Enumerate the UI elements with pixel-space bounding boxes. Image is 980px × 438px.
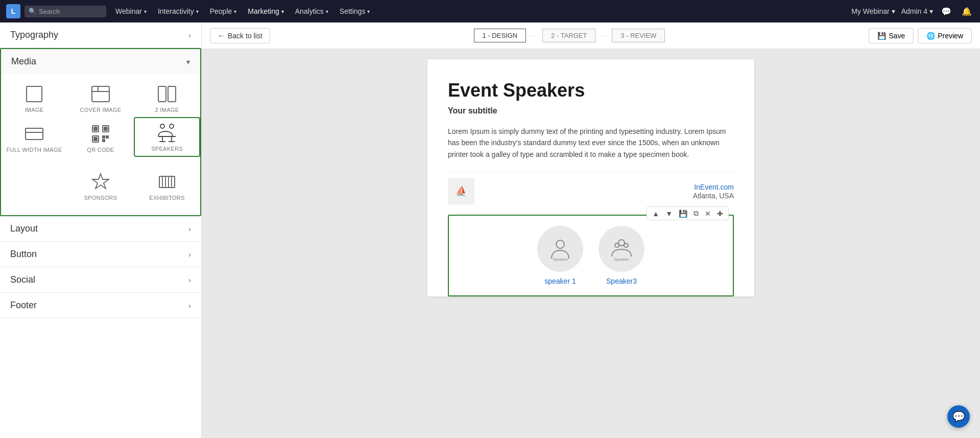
speaker-up-button[interactable]: ▲: [650, 208, 661, 219]
exhibitors-icon: [157, 172, 177, 192]
media-item-cover-image[interactable]: COVER IMAGE: [67, 79, 134, 117]
sidebar-section-social[interactable]: Social ›: [0, 267, 201, 293]
speakers-grid: Speaker speaker 1: [459, 226, 723, 285]
media-item-speakers-label: SPEAKERS: [151, 146, 183, 152]
sidebar-section-layout[interactable]: Layout ›: [0, 216, 201, 242]
speakers-block: ▲ ▼ 💾 ⧉ ✕ ✚: [448, 215, 734, 296]
nav-items: Webinar ▾ Interactivity ▾ People ▾ Marke…: [110, 4, 847, 18]
nav-item-settings[interactable]: Settings ▾: [334, 4, 375, 18]
media-item-qr-label: QR CODE: [87, 147, 114, 153]
chevron-down-icon: ▾: [196, 9, 199, 14]
svg-rect-0: [27, 86, 42, 102]
svg-text:Speaker: Speaker: [614, 257, 629, 262]
nav-admin-selector[interactable]: Admin 4 ▾: [901, 7, 933, 15]
social-label: Social: [10, 274, 35, 285]
chevron-down-icon: ▾: [281, 9, 284, 14]
preview-icon: 🌐: [926, 32, 935, 40]
chevron-down-icon: ▾: [144, 9, 147, 14]
page-subtitle: Your subtitle: [448, 106, 734, 116]
chevron-right-icon: ›: [188, 250, 191, 259]
media-item-qr-code[interactable]: QR CODE: [67, 117, 134, 157]
svg-point-32: [624, 243, 628, 247]
media-item-2image[interactable]: 2 IMAGE: [134, 79, 200, 117]
canvas-inner: Event Speakers Your subtitle Lorem Ipsum…: [427, 59, 754, 428]
speaker-save-button[interactable]: 💾: [677, 208, 689, 219]
svg-point-31: [615, 243, 619, 247]
speaker-name-2: Speaker3: [606, 277, 637, 285]
svg-rect-12: [106, 136, 108, 138]
media-header[interactable]: Media ▾: [1, 49, 200, 74]
notification-icon[interactable]: 🔔: [960, 4, 974, 18]
page-card: Event Speakers Your subtitle Lorem Ipsum…: [427, 59, 754, 296]
toolbar-actions: 💾 Save 🌐 Preview: [869, 28, 972, 43]
svg-rect-10: [94, 137, 97, 141]
sidebar-section-footer[interactable]: Footer ›: [0, 293, 201, 318]
speakers-toolbar: ▲ ▼ 💾 ⧉ ✕ ✚: [647, 206, 729, 220]
media-item-full-width[interactable]: FULL WIDTH IMAGE: [1, 117, 67, 157]
media-item-image[interactable]: IMAGE: [1, 79, 67, 117]
speaker-delete-button[interactable]: ✕: [703, 208, 713, 219]
svg-rect-14: [160, 124, 164, 128]
media-item-exhibitors[interactable]: EXHIBITORS: [134, 167, 200, 205]
svg-rect-8: [94, 127, 97, 130]
search-input[interactable]: [25, 6, 106, 17]
svg-text:Speaker: Speaker: [553, 257, 568, 262]
chat-bubble[interactable]: 💬: [947, 405, 970, 428]
step-review[interactable]: 3 - REVIEW: [612, 29, 665, 42]
svg-rect-3: [168, 86, 176, 102]
speaker-copy-button[interactable]: ⧉: [691, 208, 701, 219]
main-area: Typography › Media ▾ IMAGE: [0, 22, 980, 438]
2image-icon: [157, 84, 177, 104]
search-icon: 🔍: [29, 8, 36, 15]
media-item-speakers[interactable]: SPEAKERS: [134, 117, 200, 157]
sponsors-icon: [91, 172, 110, 192]
nav-item-webinar[interactable]: Webinar ▾: [110, 4, 152, 18]
nav-item-analytics[interactable]: Analytics ▾: [290, 4, 333, 18]
nav-item-interactivity[interactable]: Interactivity ▾: [153, 4, 204, 18]
chevron-right-icon: ›: [188, 302, 191, 310]
media-item-image-label: IMAGE: [25, 107, 44, 113]
svg-rect-9: [104, 127, 107, 130]
media-label: Media: [11, 56, 36, 67]
svg-rect-4: [26, 128, 43, 140]
nav-item-people[interactable]: People ▾: [205, 4, 242, 18]
svg-rect-1: [92, 86, 109, 102]
speaker-down-button[interactable]: ▼: [663, 208, 675, 219]
step-dots-2: ·····: [595, 33, 612, 38]
chevron-down-icon: ▾: [892, 7, 895, 15]
save-icon: 💾: [877, 32, 886, 40]
back-to-list-button[interactable]: ← Back to list: [210, 28, 270, 43]
sidebar-section-button[interactable]: Button ›: [0, 242, 201, 267]
nav-item-marketing[interactable]: Marketing ▾: [243, 4, 289, 18]
step-dots-1: ·····: [526, 33, 542, 38]
nav-search-wrap: 🔍: [25, 6, 106, 17]
chat-icon[interactable]: 💬: [939, 4, 953, 18]
save-button[interactable]: 💾 Save: [869, 28, 914, 43]
nav-logo: L: [6, 4, 20, 18]
speaker-add-button[interactable]: ✚: [715, 208, 725, 219]
page-location: InEvent.com Atlanta, USA: [693, 182, 734, 200]
full-width-image-icon: [25, 124, 44, 144]
chevron-down-icon: ▾: [186, 58, 190, 66]
chevron-right-icon: ›: [188, 276, 191, 284]
media-item-sponsors-label: SPONSORS: [84, 195, 117, 201]
svg-rect-11: [103, 136, 105, 138]
nav-webinar-selector[interactable]: My Webinar ▾: [851, 7, 895, 15]
speaker-name-1: speaker 1: [544, 277, 576, 285]
sidebar-section-typography[interactable]: Typography ›: [0, 22, 201, 48]
media-item-sponsors[interactable]: SPONSORS: [67, 167, 134, 205]
page-city: Atlanta, USA: [693, 192, 734, 200]
chevron-down-icon: ▾: [367, 9, 370, 14]
step-target[interactable]: 2 - TARGET: [542, 29, 595, 42]
back-arrow-icon: ←: [218, 32, 225, 40]
cover-image-icon: [91, 84, 110, 104]
step-design[interactable]: 1 - DESIGN: [474, 29, 527, 42]
speaker-item-2: Speaker Speaker3: [599, 226, 644, 285]
preview-button[interactable]: 🌐 Preview: [918, 28, 972, 43]
chevron-down-icon: ▾: [929, 7, 933, 15]
page-link[interactable]: InEvent.com: [694, 183, 734, 191]
content-toolbar: ← Back to list 1 - DESIGN ····· 2 - TARG…: [202, 22, 980, 49]
qr-code-icon: [91, 124, 110, 144]
media-item-2image-label: 2 IMAGE: [155, 107, 179, 113]
content-area: ← Back to list 1 - DESIGN ····· 2 - TARG…: [202, 22, 980, 438]
